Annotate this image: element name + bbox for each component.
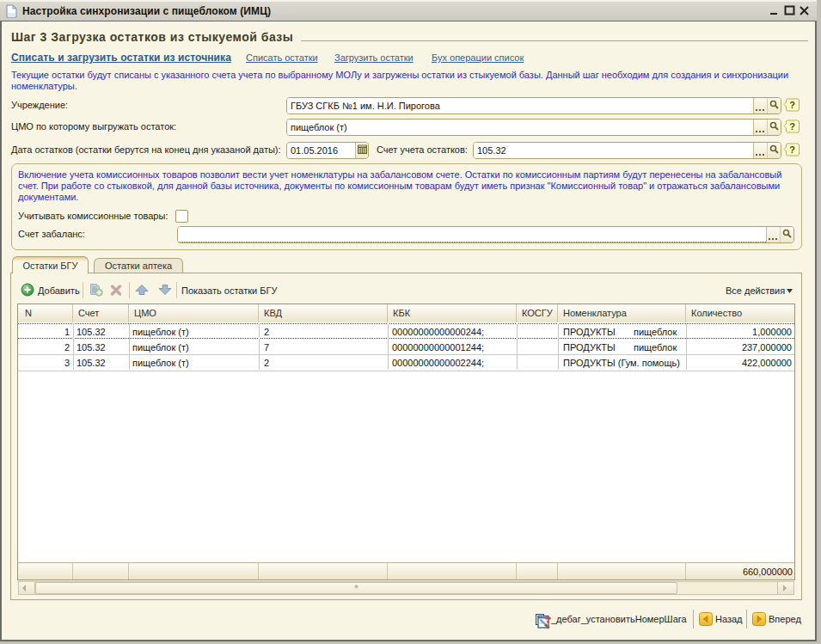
svg-text:?: ? [789, 144, 795, 155]
svg-text:?: ? [789, 121, 795, 132]
svg-text:?: ? [789, 100, 795, 110]
